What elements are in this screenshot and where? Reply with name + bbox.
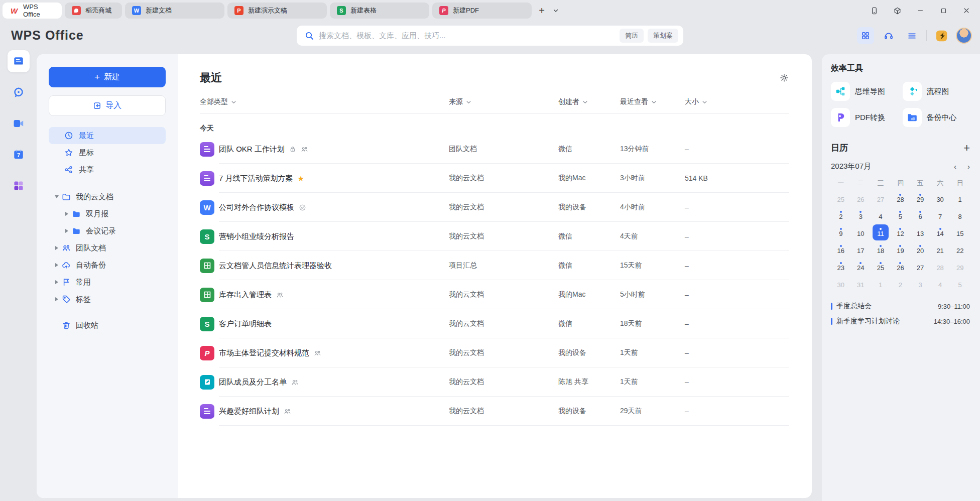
calendar-day[interactable]: 25	[871, 258, 891, 275]
caret-down-icon[interactable]	[52, 195, 62, 198]
calendar-day[interactable]: 21	[930, 241, 950, 258]
avatar[interactable]	[956, 28, 972, 44]
window-tab-writer[interactable]: W新建文档	[125, 3, 224, 19]
window-tab-docer[interactable]: 稻壳商城	[65, 3, 122, 19]
calendar-day[interactable]: 23	[831, 258, 851, 275]
file-row[interactable]: P市场主体登记提交材料规范我的云文档我的设备1天前–	[200, 338, 789, 367]
filter-dropdown-2[interactable]: 创建者	[558, 97, 620, 106]
member-badge-icon[interactable]	[933, 27, 950, 44]
tool-backup[interactable]: 备份中心	[903, 108, 970, 127]
sidebar-tree-item[interactable]: 自动备份	[49, 257, 166, 274]
caret-right-icon[interactable]	[52, 246, 62, 250]
close-button[interactable]	[957, 3, 976, 18]
file-row[interactable]: W公司对外合作协议模板我的云文档我的设备4小时前–	[200, 193, 789, 222]
calendar-day[interactable]: 1	[871, 275, 891, 292]
calendar-day[interactable]: 20	[910, 241, 930, 258]
window-tab-pdf[interactable]: P新建PDF	[432, 3, 532, 19]
calendar-day[interactable]: 9	[831, 224, 851, 240]
window-tab-ppt[interactable]: P新建演示文稿	[227, 3, 327, 19]
calendar-day[interactable]: 2	[891, 275, 911, 292]
filter-dropdown-0[interactable]: 全部类型	[200, 97, 449, 106]
calendar-day[interactable]: 26	[851, 190, 871, 206]
calendar-day[interactable]: 3	[851, 207, 871, 223]
sidebar-item-star[interactable]: 星标	[49, 144, 166, 161]
calendar-day[interactable]: 24	[851, 258, 871, 275]
caret-right-icon[interactable]	[52, 297, 62, 301]
menu-icon[interactable]	[903, 27, 920, 44]
caret-right-icon[interactable]	[62, 229, 72, 233]
filter-dropdown-4[interactable]: 大小	[685, 97, 789, 106]
tab-list-chevron-icon[interactable]	[549, 4, 563, 18]
sidebar-tree-item[interactable]: 团队文档	[49, 239, 166, 257]
settings-gear-icon[interactable]	[779, 73, 789, 83]
file-row[interactable]: 云文档管人员信息统计表理器验收项目汇总微信15天前–	[200, 251, 789, 280]
add-event-icon[interactable]: +	[963, 143, 970, 154]
calendar-day[interactable]: 19	[891, 241, 911, 258]
sidebar-tree-item[interactable]: 会议记录	[49, 222, 166, 239]
calendar-day[interactable]: 26	[891, 258, 911, 275]
search-input[interactable]: 搜索文档、模板、文库、应用、技巧... 简历 策划案	[297, 26, 683, 46]
calendar-day[interactable]: 29	[910, 190, 930, 206]
headset-icon[interactable]	[880, 27, 897, 44]
calendar-day[interactable]: 28	[930, 258, 950, 275]
sidebar-item-trash[interactable]: 回收站	[49, 317, 166, 334]
calendar-day[interactable]: 28	[891, 190, 911, 206]
calendar-day[interactable]: 4	[930, 275, 950, 292]
calendar-day[interactable]: 1	[950, 190, 970, 206]
calendar-day[interactable]: 12	[891, 224, 911, 240]
file-row[interactable]: 团队成员及分工名单我的云文档陈旭 共享1天前–	[200, 367, 789, 397]
new-document-button[interactable]: + 新建	[49, 67, 166, 87]
calendar-day[interactable]: 22	[950, 241, 970, 258]
window-tab-sheet[interactable]: S新建表格	[330, 3, 429, 19]
calendar-day[interactable]: 29	[950, 258, 970, 275]
sidebar-item-clock[interactable]: 最近	[49, 127, 166, 144]
calendar-day[interactable]: 17	[851, 241, 871, 258]
filter-dropdown-1[interactable]: 来源	[449, 97, 558, 106]
tool-mindmap[interactable]: 思维导图	[831, 82, 899, 101]
tool-pdf-convert[interactable]: PDF转换	[831, 108, 899, 127]
calendar-day[interactable]: 5	[891, 207, 911, 223]
file-row[interactable]: 库存出入管理表我的云文档我的Mac5小时前–	[200, 280, 789, 309]
calendar-day[interactable]: 18	[871, 241, 891, 258]
sidebar-tree-item[interactable]: 标签	[49, 291, 166, 308]
calendar-day[interactable]: 16	[831, 241, 851, 258]
search-tag-resume[interactable]: 简历	[620, 29, 644, 43]
rail-meeting-icon[interactable]	[8, 112, 30, 135]
calendar-day[interactable]: 30	[930, 190, 950, 206]
minimize-button[interactable]	[911, 3, 930, 18]
rail-chat-icon[interactable]	[8, 81, 30, 103]
workspace-cube-icon[interactable]	[888, 3, 907, 18]
caret-right-icon[interactable]	[52, 280, 62, 284]
calendar-day[interactable]: 3	[910, 275, 930, 292]
file-row[interactable]: S客户订单明细表我的云文档微信18天前–	[200, 309, 789, 338]
caret-right-icon[interactable]	[52, 263, 62, 267]
calendar-day[interactable]: 10	[851, 224, 871, 240]
rail-apps-icon[interactable]	[8, 175, 30, 197]
tool-flowchart[interactable]: 流程图	[903, 82, 970, 101]
calendar-day[interactable]: 7	[930, 207, 950, 223]
calendar-day[interactable]: 8	[950, 207, 970, 223]
calendar-event[interactable]: 新季度学习计划讨论14:30–16:00	[831, 314, 970, 329]
file-row[interactable]: 团队 OKR 工作计划团队文档微信13分钟前–	[200, 135, 789, 164]
new-tab-button[interactable]: +	[535, 4, 549, 18]
calendar-day[interactable]: 31	[851, 275, 871, 292]
file-row[interactable]: S营销小组业绩分析报告我的云文档微信4天前–	[200, 222, 789, 251]
rail-documents-icon[interactable]	[8, 50, 30, 72]
calendar-event[interactable]: 季度总结会9:30–11:00	[831, 299, 970, 314]
caret-right-icon[interactable]	[62, 212, 72, 216]
calendar-day[interactable]: 4	[871, 207, 891, 223]
calendar-day[interactable]: 2	[831, 207, 851, 223]
calendar-prev-icon[interactable]: ‹	[954, 162, 956, 171]
import-button[interactable]: 导入	[49, 95, 166, 116]
sidebar-item-share[interactable]: 共享	[49, 161, 166, 178]
maximize-button[interactable]	[934, 3, 953, 18]
search-tag-plan[interactable]: 策划案	[648, 29, 678, 43]
window-tab-home[interactable]: WWPS Office	[3, 3, 62, 19]
calendar-day[interactable]: 5	[950, 275, 970, 292]
sidebar-tree-item[interactable]: 双月报	[49, 205, 166, 222]
rail-calendar-icon[interactable]: 7	[8, 144, 30, 166]
calendar-day[interactable]: 6	[910, 207, 930, 223]
sidebar-tree-item[interactable]: 我的云文档	[49, 188, 166, 205]
sidebar-tree-item[interactable]: 常用	[49, 274, 166, 291]
calendar-day-selected[interactable]: 11	[871, 224, 891, 240]
